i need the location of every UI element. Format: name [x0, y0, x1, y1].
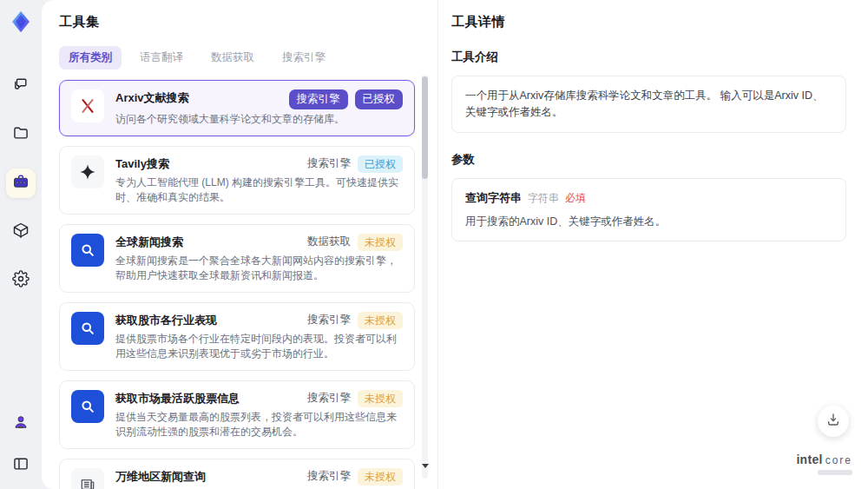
chat-icon [12, 76, 30, 96]
sidebar-item-files[interactable] [6, 120, 36, 149]
brand-intel-text: intel [796, 453, 822, 466]
tools-panel: 工具集 所有类别 语言翻译 数据获取 搜索引擎 [42, 0, 437, 489]
auth-status-badge: 未授权 [358, 390, 403, 407]
param-name: 查询字符串 [465, 190, 522, 206]
param-description: 用于搜索的Arxiv ID、关键字或作者姓名。 [465, 214, 832, 229]
search-blue-icon [71, 234, 104, 267]
gear-icon [12, 270, 30, 291]
param-card: 查询字符串 字符串 必填 用于搜索的Arxiv ID、关键字或作者姓名。 [451, 178, 846, 241]
tool-title: 全球新闻搜索 [115, 234, 183, 250]
category-label: 搜索引擎 [307, 469, 351, 484]
tool-card-active-stocks[interactable]: 获取市场最活跃股票信息 搜索引擎 未授权 提供当天交易量最高的股票列表，投资者可… [59, 380, 415, 449]
tool-card-tavily[interactable]: Tavily搜索 搜索引擎 已授权 专为人工智能代理 (LLM) 构建的搜索引擎… [59, 146, 415, 215]
category-label: 数据获取 [307, 235, 351, 249]
page-title: 工具集 [59, 14, 415, 30]
brand-sub-mark [818, 470, 852, 475]
download-icon [825, 412, 841, 431]
app-window: 工具集 所有类别 语言翻译 数据获取 搜索引擎 [0, 0, 868, 489]
tool-description: 全球新闻搜索是一个聚合全球各大新闻网站内容的搜索引擎，帮助用户快速获取全球最新资… [115, 254, 403, 283]
tool-title: 获取市场最活跃股票信息 [115, 390, 240, 406]
rail-bottom [6, 409, 36, 480]
intro-card: 一个用于从Arxiv存储库搜索科学论文和文章的工具。 输入可以是Arxiv ID… [451, 76, 846, 133]
param-type: 字符串 [528, 191, 559, 206]
scrollbar-thumb[interactable] [422, 76, 428, 179]
param-required-flag: 必填 [565, 191, 586, 206]
tool-description: 提供股票市场各个行业在特定时间段内的表现。投资者可以利用这些信息来识别表现优于或… [115, 332, 403, 361]
params-heading: 参数 [451, 152, 846, 168]
sidebar-item-chat[interactable] [6, 71, 36, 101]
folder-icon [12, 124, 30, 145]
brand-core-text: core [825, 454, 852, 466]
cube-icon [12, 221, 30, 242]
category-label: 搜索引擎 [307, 391, 351, 406]
details-title: 工具详情 [451, 14, 846, 30]
auth-status-badge: 已授权 [358, 155, 403, 173]
panel-icon [12, 455, 30, 476]
auth-status-badge: 未授权 [358, 312, 403, 329]
intel-core-logo: intelcore [796, 452, 852, 475]
user-icon [12, 413, 30, 434]
arxiv-icon [71, 89, 104, 122]
tool-card-list: Arxiv文献搜索 搜索引擎 已授权 访问各个研究领域大量科学论文和文章的存储库… [59, 80, 415, 489]
auth-status-badge: 已授权 [355, 89, 404, 109]
main-surface: 工具集 所有类别 语言翻译 数据获取 搜索引擎 [42, 0, 868, 489]
sidebar-item-settings[interactable] [6, 266, 36, 295]
app-logo-icon[interactable] [6, 7, 36, 36]
auth-status-badge: 未授权 [358, 234, 403, 251]
nav-rail [0, 0, 42, 489]
tool-card-stock-sectors[interactable]: 获取股市各行业表现 搜索引擎 未授权 提供股票市场各个行业在特定时间段内的表现。… [59, 302, 415, 371]
tool-details-panel: 工具详情 工具介绍 一个用于从Arxiv存储库搜索科学论文和文章的工具。 输入可… [438, 0, 868, 489]
tool-title: 获取股市各行业表现 [115, 312, 217, 328]
tool-card-global-news[interactable]: 全球新闻搜索 数据获取 未授权 全球新闻搜索是一个聚合全球各大新闻网站内容的搜索… [59, 224, 415, 293]
intro-heading: 工具介绍 [451, 50, 846, 65]
search-blue-icon [71, 390, 104, 423]
scrollbar-down-arrow-icon[interactable] [422, 464, 429, 468]
auth-status-badge: 未授权 [358, 468, 403, 486]
list-scrollbar[interactable] [422, 75, 428, 479]
sidebar-item-packages[interactable] [6, 217, 36, 247]
download-button[interactable] [818, 406, 849, 437]
search-blue-icon [71, 312, 104, 345]
tool-card-regional-news[interactable]: 万维地区新闻查询 搜索引擎 未授权 查询具体行政区划内的新闻，快速了解各地新闻动… [59, 459, 415, 489]
category-tabs: 所有类别 语言翻译 数据获取 搜索引擎 [59, 46, 415, 69]
sidebar-item-tools[interactable] [6, 169, 36, 198]
collapse-sidebar-button[interactable] [6, 451, 36, 480]
tab-data-fetch[interactable]: 数据获取 [201, 46, 264, 69]
tool-title: Arxiv文献搜索 [115, 89, 189, 106]
tool-title: 万维地区新闻查询 [115, 468, 206, 485]
category-label: 搜索引擎 [307, 313, 351, 327]
tool-description: 提供当天交易量最高的股票列表，投资者可以利用这些信息来识别流动性强的股票和潜在的… [115, 410, 403, 439]
tab-translation[interactable]: 语言翻译 [130, 46, 193, 69]
tool-card-arxiv[interactable]: Arxiv文献搜索 搜索引擎 已授权 访问各个研究领域大量科学论文和文章的存储库… [59, 80, 415, 136]
tab-search-engine[interactable]: 搜索引擎 [273, 46, 335, 69]
star-icon [71, 155, 104, 188]
intro-text: 一个用于从Arxiv存储库搜索科学论文和文章的工具。 输入可以是Arxiv ID… [465, 88, 832, 121]
tool-description: 访问各个研究领域大量科学论文和文章的存储库。 [115, 112, 403, 127]
tool-description: 专为人工智能代理 (LLM) 构建的搜索引擎工具。可快速提供实时、准确和真实的结… [115, 175, 403, 205]
category-label: 搜索引擎 [307, 156, 351, 171]
tab-all-categories[interactable]: 所有类别 [59, 46, 122, 69]
briefcase-icon [12, 173, 30, 194]
tool-title: Tavily搜索 [115, 155, 169, 172]
category-badge: 搜索引擎 [289, 89, 348, 109]
rail-nav [6, 71, 36, 295]
newspaper-icon [71, 468, 104, 489]
user-avatar-button[interactable] [6, 409, 36, 439]
